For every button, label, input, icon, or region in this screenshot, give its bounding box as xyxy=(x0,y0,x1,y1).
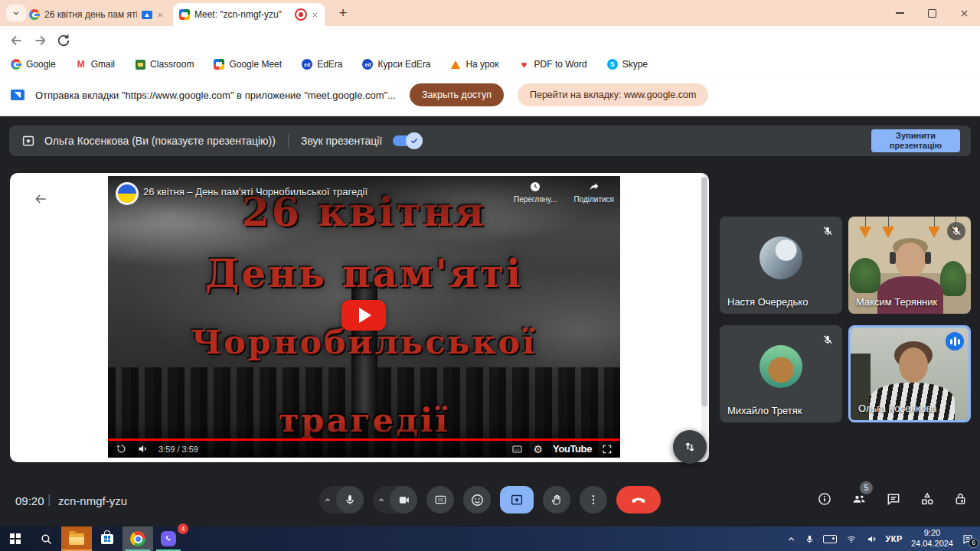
settings-gear-icon[interactable]: ⚙ xyxy=(534,443,544,455)
scrollbar-thumb[interactable] xyxy=(701,177,707,406)
captions-icon: CC xyxy=(433,494,448,506)
tab-close-icon[interactable] xyxy=(157,11,164,18)
bookmark-kursy-edera[interactable]: edКурси EdEra xyxy=(362,59,430,70)
thumbnail-text-line: День пам'яті xyxy=(108,251,620,296)
close-button[interactable] xyxy=(948,0,980,26)
person-decor xyxy=(895,243,926,278)
share-button[interactable]: Поділитися xyxy=(573,181,614,204)
stop-presentation-button[interactable]: Зупинити презентацію xyxy=(871,129,960,152)
bookmark-google[interactable]: Google xyxy=(11,59,56,70)
bookmark-skype[interactable]: SSkype xyxy=(607,59,648,70)
tab-close-icon[interactable] xyxy=(312,11,318,18)
taskbar-viber[interactable]: 4 xyxy=(153,527,184,551)
reactions-button[interactable] xyxy=(463,486,491,514)
video-top-actions: Перегляну... Поділитися xyxy=(514,181,614,204)
lamp-decor xyxy=(928,227,940,238)
bookmark-pdf-to-word[interactable]: ♥PDF to Word xyxy=(519,59,587,70)
volume-tray-icon[interactable] xyxy=(866,534,877,544)
headphones-decor xyxy=(925,252,931,264)
tab-strip: 26 квітня день пам яті чо Meet: "zcn-nmg… xyxy=(0,0,980,26)
replay-icon[interactable] xyxy=(116,443,127,455)
bookmark-gmail[interactable]: MGmail xyxy=(76,59,115,70)
camera-toggle-button[interactable] xyxy=(390,486,417,514)
youtube-logo[interactable]: YouTube xyxy=(553,443,592,455)
more-options-button[interactable] xyxy=(580,486,607,514)
hand-icon xyxy=(550,494,564,507)
captions-button[interactable]: CC xyxy=(426,486,454,514)
forward-button[interactable] xyxy=(32,32,49,49)
taskbar-microsoft-store[interactable] xyxy=(92,527,122,551)
window-controls xyxy=(884,0,980,26)
people-panel-button[interactable]: 5 xyxy=(851,491,867,507)
page-back-arrow[interactable] xyxy=(33,191,48,207)
host-controls-button[interactable] xyxy=(953,491,968,507)
taskbar-file-explorer[interactable] xyxy=(61,527,92,551)
reload-button[interactable] xyxy=(55,32,72,49)
viber-badge: 4 xyxy=(178,523,188,534)
tab-title: 26 квітня день пам яті чо xyxy=(44,9,137,20)
taskbar-search-button[interactable] xyxy=(31,527,61,551)
participant-name: Максим Терянник xyxy=(856,296,937,308)
presentation-sound-toggle[interactable] xyxy=(393,135,420,146)
meeting-details-button[interactable] xyxy=(817,491,832,507)
youtube-player[interactable]: 26 квітня День пам'яті Чорнобильської тр… xyxy=(108,176,620,458)
chat-panel-button[interactable] xyxy=(886,491,901,507)
lamp-decor xyxy=(934,217,935,227)
search-icon xyxy=(40,533,53,546)
fullscreen-icon[interactable] xyxy=(602,444,612,455)
browser-toolbar: meet.google.com/zcn-nmgf-yzu xyxy=(0,26,980,54)
bookmark-google-meet[interactable]: Google Meet xyxy=(214,59,282,70)
skype-icon: S xyxy=(607,59,618,70)
person-decor xyxy=(899,347,928,383)
captions-icon[interactable]: CC xyxy=(511,444,524,455)
channel-avatar[interactable] xyxy=(116,182,139,205)
new-tab-button[interactable]: + xyxy=(334,4,352,22)
taskbar-clock[interactable]: 9:20 24.04.2024 xyxy=(911,528,953,549)
present-button[interactable] xyxy=(500,486,534,514)
meet-favicon-icon xyxy=(179,9,190,20)
system-tray: УКР 9:20 24.04.2024 6 xyxy=(786,528,980,549)
tray-chevron-icon[interactable] xyxy=(786,534,796,544)
more-vertical-icon xyxy=(587,494,599,506)
heart-icon: ♥ xyxy=(519,59,530,70)
participant-tile-nastya[interactable]: Настя Очередько xyxy=(720,217,842,314)
tray-mic-icon[interactable] xyxy=(805,533,815,545)
back-button[interactable] xyxy=(8,32,24,49)
bookmark-naurok[interactable]: На урок xyxy=(450,59,498,70)
participant-tile-maksym[interactable]: Максим Терянник xyxy=(848,217,971,314)
mic-off-icon xyxy=(818,331,837,349)
activities-button[interactable] xyxy=(920,491,935,507)
start-button[interactable] xyxy=(0,527,31,551)
taskbar-chrome[interactable] xyxy=(122,527,153,551)
minimize-button[interactable] xyxy=(884,0,916,26)
mic-control xyxy=(319,486,364,514)
notification-badge: 6 xyxy=(969,538,978,548)
bookmark-classroom[interactable]: Classroom xyxy=(135,59,194,70)
end-call-button[interactable] xyxy=(616,486,661,514)
watch-later-button[interactable]: Перегляну... xyxy=(514,181,557,204)
wifi-icon[interactable] xyxy=(845,534,858,544)
mic-options-button[interactable] xyxy=(319,486,336,514)
participant-tile-olha[interactable]: Ольга Косенкова xyxy=(848,325,971,422)
goto-tab-button[interactable]: Перейти на вкладку: www.google.com xyxy=(518,83,708,106)
bookmark-edera[interactable]: edEdEra xyxy=(302,59,342,70)
classroom-icon xyxy=(136,60,145,70)
camera-options-button[interactable] xyxy=(373,486,390,514)
svg-text:CC: CC xyxy=(437,497,443,502)
video-title[interactable]: 26 квітня – День пам'яті Чорнобильської … xyxy=(143,186,368,197)
close-access-button[interactable]: Закрыть доступ xyxy=(410,83,504,106)
swap-tiles-button[interactable] xyxy=(673,430,707,464)
participant-tile-mykhailo[interactable]: Михайло Третяк xyxy=(720,325,842,422)
action-center-button[interactable]: 6 xyxy=(962,533,974,545)
mic-toggle-button[interactable] xyxy=(336,486,364,514)
raise-hand-button[interactable] xyxy=(543,486,570,514)
volume-icon[interactable] xyxy=(137,443,149,455)
maximize-button[interactable] xyxy=(916,0,948,26)
tab-chernobyl[interactable]: 26 квітня день пам яті чо xyxy=(23,3,170,26)
play-button[interactable] xyxy=(341,300,386,331)
meeting-panels: 5 xyxy=(817,491,968,507)
tray-device-icon[interactable] xyxy=(823,535,837,543)
tab-meet[interactable]: Meet: "zcn-nmgf-yzu" xyxy=(173,3,325,26)
page-scrollbar[interactable] xyxy=(701,177,707,458)
language-indicator[interactable]: УКР xyxy=(886,534,903,543)
